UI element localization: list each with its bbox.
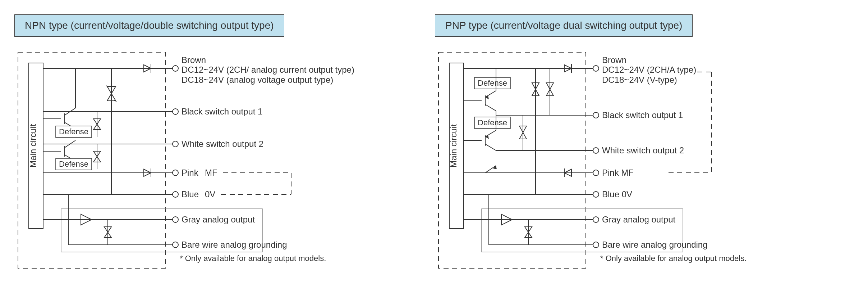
svg-text:Blue 0V: Blue 0V — [602, 189, 632, 199]
main-circuit-label: Main circuit — [28, 124, 38, 168]
terminal-white — [593, 148, 599, 153]
npn-title: NPN type (current/voltage/double switchi… — [14, 14, 284, 37]
npn-footnote: * Only available for analog output model… — [180, 254, 326, 263]
terminal-bare — [173, 242, 178, 248]
npn-schematic: Main circuit Brown DC12~24V (2CH/ analog… — [14, 43, 374, 274]
svg-text:Defense: Defense — [59, 159, 88, 168]
tvs-icon — [525, 220, 532, 245]
white-label: White switch output 2 — [182, 139, 263, 149]
tvs-icon — [519, 115, 527, 150]
terminal-gray — [173, 217, 178, 222]
tvs-icon — [104, 220, 111, 245]
pink-label: Pink — [182, 168, 199, 177]
svg-marker-68 — [485, 135, 489, 139]
brown-line2: DC18~24V (analog voltage output type) — [182, 75, 333, 85]
tvs-icon — [93, 144, 101, 169]
terminal-blue — [593, 192, 599, 197]
svg-marker-58 — [485, 96, 489, 99]
tvs-icon — [93, 112, 101, 137]
pnp-enclosure — [438, 52, 586, 268]
bare-label: Bare wire analog grounding — [182, 240, 287, 249]
svg-text:Defense: Defense — [478, 118, 507, 127]
gray-label: Gray analog output — [182, 215, 255, 224]
pink-mf: MF — [205, 168, 217, 177]
brown-line1: DC12~24V (2CH/ analog current output typ… — [182, 65, 354, 75]
svg-text:Black switch output 1: Black switch output 1 — [602, 110, 683, 120]
svg-text:DC18~24V (V-type): DC18~24V (V-type) — [602, 75, 677, 85]
terminal-gray — [593, 217, 599, 222]
svg-line-67 — [485, 130, 496, 137]
svg-text:Brown: Brown — [602, 55, 626, 65]
pnp-panel: PNP type (current/voltage dual switching… — [435, 14, 794, 274]
blue-0v: 0V — [205, 189, 215, 199]
terminal-black — [593, 112, 599, 118]
terminal-brown — [593, 66, 599, 71]
pnp-schematic: Main circuit Brown DC12~24V (2CH/A type)… — [435, 43, 794, 274]
svg-text:Gray analog output: Gray analog output — [602, 215, 675, 224]
terminal-black — [173, 109, 178, 114]
main-circuit-label: Main circuit — [449, 124, 458, 168]
terminal-white — [173, 141, 178, 147]
svg-text:Pink MF: Pink MF — [602, 168, 634, 177]
npn-panel: NPN type (current/voltage/double switchi… — [14, 14, 374, 274]
svg-text:Defense: Defense — [59, 127, 88, 136]
svg-line-69 — [485, 144, 496, 150]
terminal-bare — [593, 242, 599, 248]
terminal-pink — [593, 170, 599, 176]
svg-text:Bare wire analog grounding: Bare wire analog grounding — [602, 240, 708, 249]
brown-color: Brown — [182, 55, 206, 65]
terminal-brown — [173, 66, 178, 71]
pnp-title: PNP type (current/voltage dual switching… — [435, 14, 693, 37]
terminal-blue — [173, 192, 178, 197]
svg-line-59 — [485, 104, 496, 111]
svg-text:Defense: Defense — [478, 78, 507, 87]
black-label: Black switch output 1 — [182, 107, 262, 116]
svg-line-83 — [485, 166, 496, 173]
blue-label: Blue — [182, 189, 199, 199]
svg-text:White switch output 2: White switch output 2 — [602, 145, 684, 155]
pnp-footnote: * Only available for analog output model… — [600, 254, 747, 263]
svg-text:DC12~24V (2CH/A type): DC12~24V (2CH/A type) — [602, 65, 696, 75]
terminal-pink — [173, 170, 178, 176]
svg-line-57 — [485, 91, 496, 97]
